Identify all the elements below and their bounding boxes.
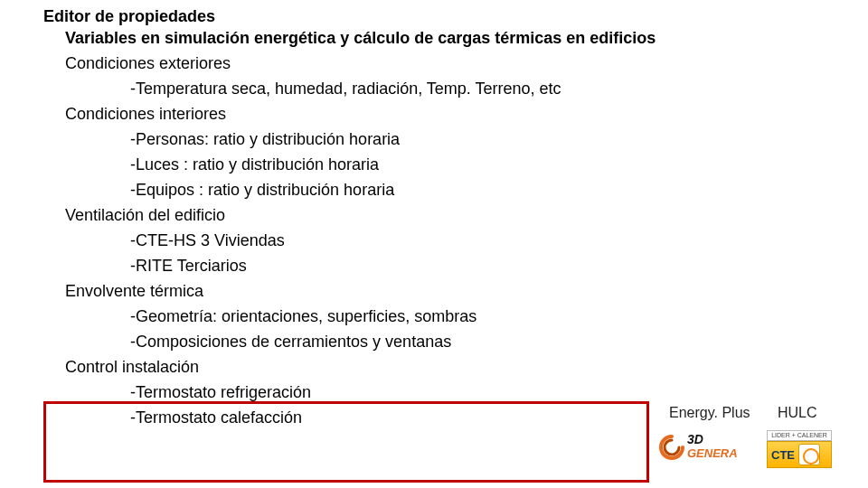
logo-cte-top: LIDER + CALENER bbox=[767, 430, 832, 441]
label-hulc: HULC bbox=[778, 405, 817, 421]
section-envelope: Envolvente térmica bbox=[65, 282, 203, 301]
page-subtitle: Variables en simulación energética y cál… bbox=[65, 29, 656, 48]
logo-cte-hulc: LIDER + CALENER CTE bbox=[767, 430, 830, 466]
label-energyplus: Energy. Plus bbox=[669, 405, 750, 421]
logo-3dgenera-line1: 3D bbox=[687, 432, 703, 446]
section-ventilation: Ventilación del edificio bbox=[65, 206, 225, 225]
item-envelope-1: -Geometría: orientaciones, superficies, … bbox=[130, 307, 476, 326]
item-envelope-2: -Composiciones de cerramientos y ventana… bbox=[130, 333, 451, 352]
item-ventilation-1: -CTE-HS 3 Viviendas bbox=[130, 231, 285, 250]
swirl-icon bbox=[658, 434, 685, 461]
item-interior-3: -Equipos : ratio y distribución horaria bbox=[130, 181, 394, 200]
item-interior-1: -Personas: ratio y distribución horaria bbox=[130, 130, 400, 149]
badge-icon bbox=[798, 444, 820, 465]
item-interior-2: -Luces : ratio y distribución horaria bbox=[130, 155, 379, 174]
section-exterior: Condiciones exteriores bbox=[65, 54, 231, 73]
slide: Editor de propiedades Variables en simul… bbox=[0, 0, 868, 488]
item-exterior-1: -Temperatura seca, humedad, radiación, T… bbox=[130, 80, 561, 99]
item-ventilation-2: -RITE Terciarios bbox=[130, 257, 247, 276]
logo-3dgenera: 3D GENERA bbox=[658, 430, 749, 466]
logo-cte-main: CTE bbox=[767, 441, 832, 468]
logo-cte-text: CTE bbox=[768, 448, 795, 462]
highlight-box bbox=[43, 401, 649, 483]
item-control-1: -Termostato refrigeración bbox=[130, 383, 311, 402]
logo-3dgenera-line2: GENERA bbox=[687, 446, 738, 460]
page-title: Editor de propiedades bbox=[43, 7, 215, 26]
section-control: Control instalación bbox=[65, 358, 199, 377]
section-interior: Condiciones interiores bbox=[65, 105, 226, 124]
